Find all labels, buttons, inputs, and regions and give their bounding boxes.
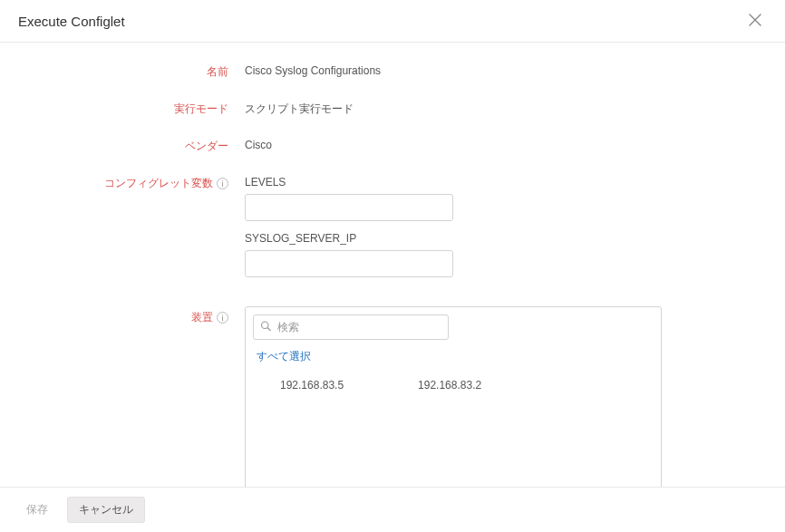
save-button[interactable]: 保存: [15, 497, 60, 523]
device-search-input[interactable]: [253, 314, 449, 340]
row-name: 名前 Cisco Syslog Configurations: [36, 61, 749, 80]
devices-box: すべて選択 192.168.83.5 192.168.83.2: [245, 306, 662, 487]
dialog-content: 名前 Cisco Syslog Configurations 実行モード スクリ…: [0, 43, 785, 487]
dialog-footer: 保存 キャンセル: [0, 487, 785, 532]
label-vars: コンフィグレット変数 i: [36, 172, 245, 191]
var-block-0: LEVELS: [245, 176, 749, 221]
close-icon: [749, 12, 761, 30]
row-devices: 装置 i すべて選択 192.168.83.5 192.168.83.2: [36, 306, 749, 487]
label-mode: 実行モード: [36, 98, 245, 117]
device-list: 192.168.83.5 192.168.83.2: [253, 372, 654, 487]
label-vars-text: コンフィグレット変数: [104, 176, 213, 191]
row-vars: コンフィグレット変数 i LEVELS SYSLOG_SERVER_IP: [36, 172, 749, 288]
value-vendor: Cisco: [245, 135, 749, 151]
device-search-wrap: [253, 314, 449, 340]
dialog-header: Execute Configlet: [0, 0, 785, 43]
info-icon[interactable]: i: [217, 312, 228, 324]
close-button[interactable]: [743, 11, 767, 31]
label-name: 名前: [36, 61, 245, 80]
label-devices-text: 装置: [191, 310, 213, 325]
var-name-1: SYSLOG_SERVER_IP: [245, 232, 749, 245]
label-vendor: ベンダー: [36, 135, 245, 154]
var-name-0: LEVELS: [245, 176, 749, 189]
device-item[interactable]: 192.168.83.2: [394, 375, 505, 487]
label-devices: 装置 i: [36, 306, 245, 325]
row-vendor: ベンダー Cisco: [36, 135, 749, 154]
var-input-0[interactable]: [245, 194, 453, 221]
cancel-button[interactable]: キャンセル: [67, 497, 145, 523]
dialog-title: Execute Configlet: [18, 14, 125, 29]
row-mode: 実行モード スクリプト実行モード: [36, 98, 749, 117]
info-icon[interactable]: i: [217, 178, 228, 189]
select-all-link[interactable]: すべて選択: [253, 347, 315, 366]
var-block-1: SYSLOG_SERVER_IP: [245, 232, 749, 277]
var-input-1[interactable]: [245, 250, 453, 277]
devices-value: すべて選択 192.168.83.5 192.168.83.2: [245, 306, 749, 487]
device-item[interactable]: 192.168.83.5: [257, 375, 367, 487]
value-name: Cisco Syslog Configurations: [245, 61, 749, 77]
value-mode: スクリプト実行モード: [245, 98, 749, 117]
vars-container: LEVELS SYSLOG_SERVER_IP: [245, 172, 749, 288]
